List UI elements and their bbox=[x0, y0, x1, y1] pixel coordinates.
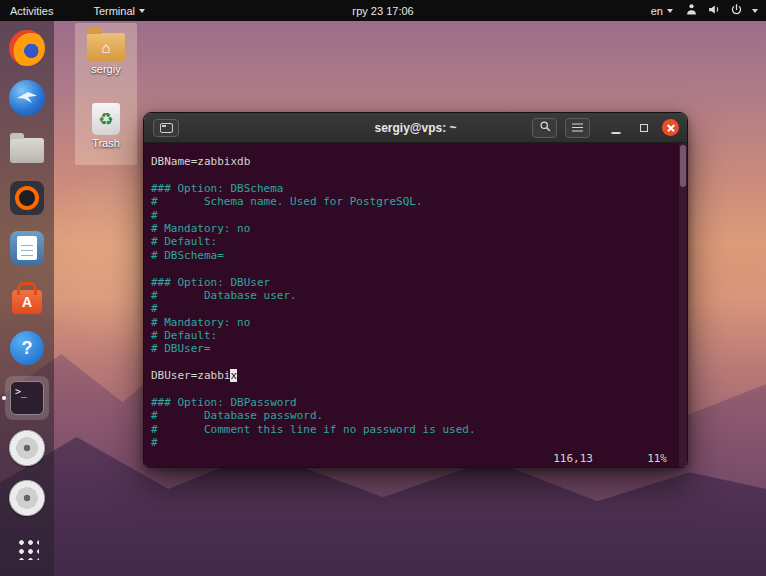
terminal-line bbox=[151, 383, 687, 396]
minimize-button[interactable] bbox=[606, 118, 626, 138]
volume-icon bbox=[707, 3, 721, 18]
scrollbar-thumb[interactable] bbox=[680, 145, 686, 187]
terminal-lines: DBName=zabbixdb ### Option: DBSchema# Sc… bbox=[151, 155, 687, 450]
maximize-icon bbox=[640, 124, 648, 132]
terminal-line: # Database password. bbox=[151, 409, 687, 422]
terminal-line: # bbox=[151, 436, 687, 449]
new-tab-icon bbox=[160, 123, 173, 133]
language-indicator[interactable]: en bbox=[651, 5, 673, 17]
dock-item-app-grid[interactable] bbox=[5, 526, 49, 570]
scrollbar[interactable] bbox=[679, 143, 687, 468]
terminal-line: # Default: bbox=[151, 329, 687, 342]
dock-item-ubuntu-software[interactable]: A bbox=[5, 276, 49, 320]
firefox-icon bbox=[9, 30, 45, 66]
dock-item-dvd[interactable] bbox=[5, 426, 49, 470]
terminal-line: ### Option: DBUser bbox=[151, 276, 687, 289]
text-cursor: x bbox=[230, 369, 237, 382]
clock-button[interactable]: гру 23 17:06 bbox=[352, 5, 413, 17]
search-button[interactable] bbox=[532, 118, 557, 138]
recycle-emblem-icon: ♻ bbox=[98, 111, 113, 128]
libreoffice-writer-icon bbox=[10, 231, 44, 265]
terminal-line: DBUser=zabbix bbox=[151, 369, 687, 382]
thunderbird-icon bbox=[9, 80, 45, 116]
terminal-content[interactable]: DBName=zabbixdb ### Option: DBSchema# Sc… bbox=[144, 143, 687, 468]
home-folder-icon: ⌂ bbox=[87, 33, 125, 61]
chevron-down-icon bbox=[667, 9, 673, 13]
ubuntu-software-icon: A bbox=[12, 290, 42, 314]
terminal-titlebar[interactable]: sergiy@vps: ~ bbox=[144, 113, 687, 143]
desktop-icon-label: Trash bbox=[79, 137, 133, 149]
dock-item-help[interactable]: ? bbox=[5, 326, 49, 370]
dvd-icon bbox=[9, 480, 45, 516]
menu-button[interactable] bbox=[565, 118, 590, 138]
new-terminal-button[interactable] bbox=[153, 119, 179, 137]
app-menu-button[interactable]: Terminal bbox=[93, 5, 145, 17]
terminal-line: ### Option: DBSchema bbox=[151, 182, 687, 195]
app-grid-icon bbox=[16, 537, 39, 560]
terminal-line: # Mandatory: no bbox=[151, 316, 687, 329]
power-icon bbox=[730, 3, 743, 18]
close-button[interactable] bbox=[662, 119, 679, 136]
dock-item-thunderbird[interactable] bbox=[5, 76, 49, 120]
terminal-line: # bbox=[151, 302, 687, 315]
cursor-position: 116,13 bbox=[553, 452, 593, 465]
terminal-line: ### Option: DBPassword bbox=[151, 396, 687, 409]
terminal-line bbox=[151, 356, 687, 369]
dock-item-files[interactable] bbox=[5, 126, 49, 170]
dvd-icon bbox=[9, 430, 45, 466]
help-icon: ? bbox=[10, 331, 44, 365]
terminal-line: # DBSchema= bbox=[151, 249, 687, 262]
terminal-line bbox=[151, 168, 687, 181]
minimize-icon bbox=[612, 132, 621, 134]
terminal-line: DBName=zabbixdb bbox=[151, 155, 687, 168]
vim-statusline: 116,13 11% bbox=[144, 452, 687, 465]
dock: A ? >_ bbox=[0, 21, 54, 576]
desktop-screen: Activities Terminal гру 23 17:06 en bbox=[0, 0, 766, 576]
terminal-line: # DBUser= bbox=[151, 342, 687, 355]
desktop-icons: ⌂ sergiy ♻ Trash bbox=[79, 27, 133, 177]
system-status-area[interactable] bbox=[685, 3, 758, 18]
accessibility-icon bbox=[685, 3, 698, 18]
files-icon bbox=[10, 138, 44, 163]
dock-item-firefox[interactable] bbox=[5, 26, 49, 70]
terminal-line: # Database user. bbox=[151, 289, 687, 302]
dock-item-libreoffice-writer[interactable] bbox=[5, 226, 49, 270]
search-icon bbox=[539, 120, 551, 135]
terminal-line: # Mandatory: no bbox=[151, 222, 687, 235]
chevron-down-icon bbox=[139, 9, 145, 13]
scroll-percent: 11% bbox=[647, 452, 667, 465]
desktop-icon-label: sergiy bbox=[79, 63, 133, 75]
dock-item-dvd-2[interactable] bbox=[5, 476, 49, 520]
desktop-icon-home[interactable]: ⌂ sergiy bbox=[79, 33, 133, 75]
trash-icon: ♻ bbox=[92, 103, 120, 135]
terminal-line: # bbox=[151, 209, 687, 222]
terminal-line: # Schema name. Used for PostgreSQL. bbox=[151, 195, 687, 208]
maximize-button[interactable] bbox=[634, 118, 654, 138]
terminal-line: # Comment this line if no password is us… bbox=[151, 423, 687, 436]
dock-item-terminal[interactable]: >_ bbox=[5, 376, 49, 420]
top-bar: Activities Terminal гру 23 17:06 en bbox=[0, 0, 766, 21]
language-label: en bbox=[651, 5, 663, 17]
hamburger-icon bbox=[572, 127, 583, 129]
app-menu-label: Terminal bbox=[93, 5, 135, 17]
terminal-line: # Default: bbox=[151, 235, 687, 248]
activities-button[interactable]: Activities bbox=[10, 5, 53, 17]
terminal-line bbox=[151, 262, 687, 275]
desktop-icon-trash[interactable]: ♻ Trash bbox=[79, 103, 133, 149]
terminal-icon: >_ bbox=[10, 381, 44, 415]
window-controls bbox=[532, 118, 679, 138]
home-emblem-icon: ⌂ bbox=[101, 40, 110, 55]
dock-item-media-player[interactable] bbox=[5, 176, 49, 220]
terminal-window: sergiy@vps: ~ DBName=zabbixdb ### Option… bbox=[143, 112, 688, 468]
chevron-down-icon bbox=[752, 9, 758, 13]
media-player-icon bbox=[10, 181, 44, 215]
